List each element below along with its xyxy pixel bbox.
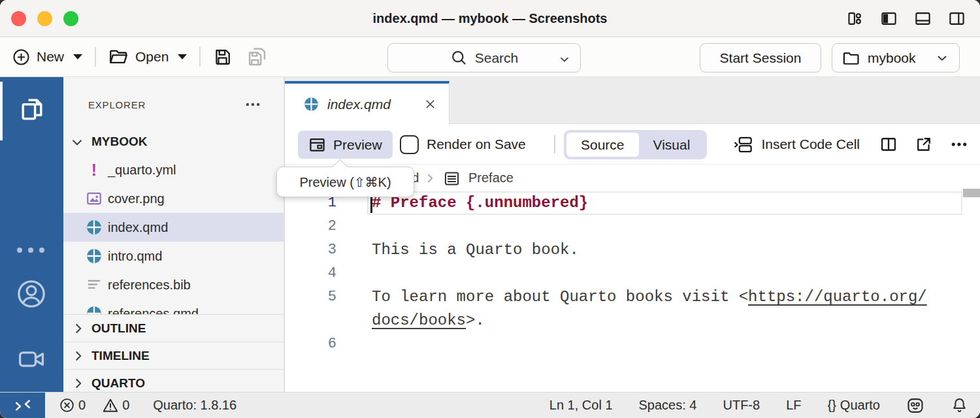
new-button-label: New bbox=[37, 49, 64, 65]
panel-icon[interactable] bbox=[914, 10, 932, 27]
new-button[interactable]: New bbox=[12, 48, 82, 66]
tree-item-intro-qmd[interactable]: intro.qmd bbox=[63, 242, 284, 270]
section-quarto[interactable]: QUARTO bbox=[63, 369, 284, 392]
search-label: Search bbox=[475, 50, 519, 66]
notifications-button[interactable] bbox=[951, 396, 968, 414]
tree-item-label: index.qmd bbox=[108, 220, 168, 235]
warning-count: 0 bbox=[122, 398, 129, 413]
indentation-status[interactable]: Spaces: 4 bbox=[639, 398, 697, 413]
ellipsis-icon bbox=[28, 248, 33, 253]
line-number: 5 bbox=[285, 285, 336, 309]
workspace-folder-button[interactable]: mybook bbox=[832, 43, 960, 72]
split-editor-icon[interactable] bbox=[879, 135, 898, 153]
save-all-button[interactable] bbox=[246, 46, 268, 68]
section-label: TIMELINE bbox=[91, 349, 150, 363]
top-action-bar: New Open Search Start Session bbox=[0, 37, 980, 77]
tree-root-mybook[interactable]: MYBOOK bbox=[63, 129, 284, 155]
sidebar-right-icon[interactable] bbox=[948, 10, 966, 27]
source-visual-toggle: Source Visual bbox=[564, 130, 707, 159]
problems-indicator[interactable]: 0 0 bbox=[59, 397, 129, 414]
camera-icon bbox=[17, 345, 46, 374]
line-number bbox=[285, 309, 336, 332]
tooltip-text: Preview (⇧⌘K) bbox=[299, 174, 391, 190]
chevron-down-icon bbox=[935, 51, 949, 65]
tree-item-references-qmd[interactable]: references.qmd bbox=[63, 299, 284, 314]
language-mode-status[interactable]: {} Quarto bbox=[827, 398, 880, 413]
tree-item-label: intro.qmd bbox=[108, 249, 162, 264]
section-timeline[interactable]: TIMELINE bbox=[63, 342, 284, 369]
explorer-more-actions-button[interactable] bbox=[244, 96, 261, 113]
screen-recorder-button[interactable] bbox=[17, 345, 46, 374]
save-button[interactable] bbox=[213, 48, 232, 67]
quarto-icon bbox=[86, 219, 103, 236]
code-line-6: 6 bbox=[285, 332, 980, 356]
feedback-button[interactable] bbox=[906, 396, 924, 415]
layout-icon[interactable] bbox=[846, 10, 864, 27]
code-text bbox=[336, 332, 372, 356]
code-text: docs/books>. bbox=[336, 309, 485, 332]
chevron-down-icon bbox=[558, 53, 571, 66]
file-tree: ! _quarto.yml cover.png index.qmd intro.… bbox=[63, 155, 284, 314]
open-button[interactable]: Open bbox=[108, 47, 187, 67]
code-link[interactable]: https://quarto.org/ bbox=[748, 288, 927, 306]
cursor-position-status[interactable]: Ln 1, Col 1 bbox=[549, 398, 613, 413]
editor-toolbar-right: Insert Code Cell bbox=[734, 124, 968, 165]
close-icon[interactable] bbox=[423, 97, 437, 111]
render-on-save-label[interactable]: Render on Save bbox=[427, 124, 526, 165]
start-session-button[interactable]: Start Session bbox=[700, 43, 821, 72]
visual-mode-button[interactable]: Visual bbox=[639, 133, 705, 157]
explorer-activity-button[interactable] bbox=[18, 95, 46, 123]
sidebar-left-icon[interactable] bbox=[880, 10, 898, 27]
source-mode-button[interactable]: Source bbox=[566, 133, 639, 157]
quarto-icon bbox=[86, 248, 103, 265]
chevron-right-icon bbox=[71, 376, 86, 391]
chevron-down-icon bbox=[70, 135, 84, 150]
activity-overflow-button[interactable] bbox=[17, 248, 44, 253]
open-button-label: Open bbox=[135, 49, 169, 65]
active-item-indicator bbox=[0, 82, 3, 140]
preview-tooltip: Preview (⇧⌘K) bbox=[276, 167, 414, 197]
search-input[interactable]: Search bbox=[387, 43, 581, 72]
more-actions-icon[interactable] bbox=[950, 135, 968, 153]
account-icon bbox=[16, 279, 46, 309]
tab-index-qmd[interactable]: index.qmd bbox=[285, 81, 449, 125]
code-link[interactable]: docs/books bbox=[372, 312, 466, 329]
code-line-2: 2 bbox=[285, 215, 980, 238]
quarto-icon bbox=[304, 97, 319, 112]
tab-bar: index.qmd bbox=[285, 77, 980, 124]
tree-item-label: cover.png bbox=[108, 191, 165, 206]
eol-status[interactable]: LF bbox=[786, 398, 801, 413]
tree-item-label: references.qmd bbox=[108, 306, 199, 315]
code-editor[interactable]: 1 # Preface {.unnumbered} 2 3 This is a … bbox=[285, 191, 980, 392]
save-icon bbox=[213, 48, 232, 67]
tree-root-label: MYBOOK bbox=[91, 135, 148, 149]
warning-icon bbox=[102, 397, 119, 414]
line-number: 6 bbox=[285, 332, 336, 356]
remote-indicator[interactable] bbox=[0, 393, 45, 418]
code-text bbox=[336, 262, 372, 285]
explorer-title: EXPLORER bbox=[88, 99, 146, 110]
line-number: 2 bbox=[285, 215, 336, 238]
app-window: index.qmd — mybook — Screenshots New Ope… bbox=[0, 0, 980, 418]
breadcrumb-section[interactable]: Preface bbox=[468, 170, 514, 185]
encoding-status[interactable]: UTF-8 bbox=[723, 398, 760, 413]
chevron-right-icon bbox=[423, 171, 437, 185]
tree-item-references-bib[interactable]: references.bib bbox=[63, 270, 284, 299]
account-button[interactable] bbox=[16, 279, 46, 309]
render-on-save-checkbox[interactable] bbox=[400, 135, 419, 154]
tree-item-quarto-yml[interactable]: ! _quarto.yml bbox=[63, 155, 284, 184]
files-icon bbox=[18, 95, 46, 123]
insert-code-cell-button[interactable]: Insert Code Cell bbox=[734, 136, 860, 153]
window-title: index.qmd — mybook — Screenshots bbox=[0, 0, 980, 37]
tree-item-index-qmd[interactable]: index.qmd bbox=[63, 213, 284, 242]
quarto-version-status[interactable]: Quarto: 1.8.16 bbox=[153, 398, 237, 413]
error-icon bbox=[59, 397, 75, 413]
section-outline[interactable]: OUTLINE bbox=[63, 314, 284, 342]
vertical-scrollbar-thumb[interactable] bbox=[963, 189, 980, 197]
open-in-new-window-icon[interactable] bbox=[915, 135, 933, 153]
preview-button[interactable]: Preview bbox=[298, 131, 393, 159]
tree-item-cover-png[interactable]: cover.png bbox=[63, 184, 284, 213]
search-icon bbox=[450, 49, 468, 67]
workspace-folder-label: mybook bbox=[868, 50, 916, 66]
plus-circle-icon bbox=[12, 48, 30, 66]
